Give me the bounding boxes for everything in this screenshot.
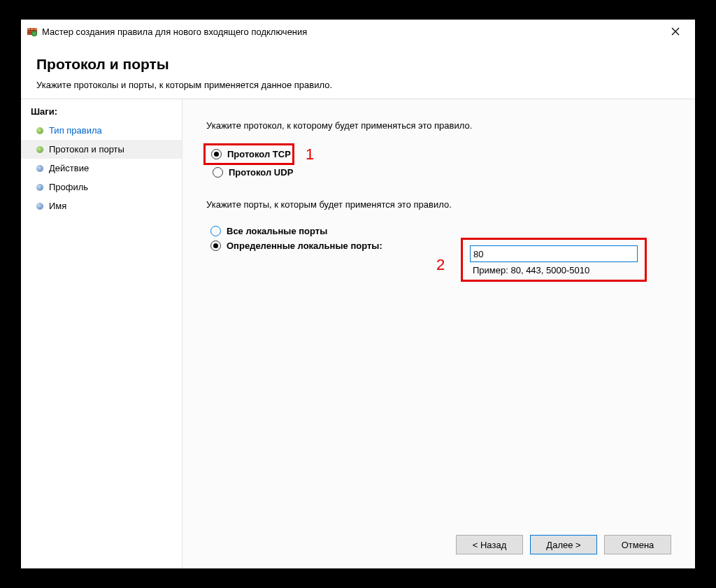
step-label: Протокол и порты: [49, 144, 124, 155]
wizard-content: Укажите протокол, к которому будет приме…: [182, 99, 695, 568]
step-protocol-ports[interactable]: Протокол и порты: [21, 140, 182, 159]
radio-tcp-row[interactable]: Протокол TCP: [207, 147, 291, 162]
wizard-header: Протокол и порты Укажите протоколы и пор…: [21, 43, 695, 99]
firewall-icon: [27, 26, 38, 37]
radio-tcp-label[interactable]: Протокол TCP: [227, 149, 291, 159]
port-input[interactable]: [470, 245, 638, 262]
steps-sidebar: Шаги: Тип правила Протокол и порты Дейст…: [21, 99, 182, 568]
radio-specific-ports-label[interactable]: Определенные локальные порты:: [227, 241, 382, 251]
steps-header: Шаги:: [21, 103, 182, 121]
next-button[interactable]: Далее >: [530, 535, 597, 554]
window-title: Мастер создания правила для нового входя…: [42, 27, 657, 37]
radio-all-ports-row[interactable]: Все локальные порты: [206, 224, 671, 238]
ports-input-area: Пример: 80, 443, 5000-5010: [461, 238, 647, 282]
step-bullet-icon: [36, 127, 43, 134]
radio-udp[interactable]: [213, 167, 223, 178]
radio-all-ports[interactable]: [210, 226, 221, 236]
radio-tcp[interactable]: [211, 149, 222, 159]
radio-udp-row[interactable]: Протокол UDP: [208, 165, 671, 180]
cancel-button[interactable]: Отмена: [604, 535, 671, 554]
close-icon: [671, 27, 680, 36]
step-rule-type[interactable]: Тип правила: [21, 121, 182, 140]
annotation-box-2: Пример: 80, 443, 5000-5010: [461, 238, 647, 282]
step-bullet-icon: [36, 184, 43, 191]
wizard-body: Шаги: Тип правила Протокол и порты Дейст…: [21, 99, 695, 568]
wizard-window: Мастер создания правила для нового входя…: [21, 20, 695, 568]
step-bullet-icon: [36, 146, 43, 153]
titlebar: Мастер создания правила для нового входя…: [21, 20, 695, 43]
ports-prompt: Укажите порты, к которым будет применятс…: [206, 199, 671, 210]
back-button[interactable]: < Назад: [456, 535, 523, 554]
step-label: Тип правила: [49, 125, 102, 136]
content-inner: Укажите протокол, к которому будет приме…: [206, 120, 671, 525]
svg-rect-5: [34, 28, 34, 30]
svg-rect-2: [27, 30, 37, 31]
port-example: Пример: 80, 443, 5000-5010: [470, 265, 638, 275]
step-profile[interactable]: Профиль: [21, 178, 182, 196]
annotation-1: 1: [306, 145, 314, 164]
step-bullet-icon: [36, 165, 43, 172]
step-name[interactable]: Имя: [21, 196, 182, 215]
annotation-box-1: Протокол TCP: [203, 143, 294, 165]
svg-point-7: [32, 31, 36, 36]
svg-rect-4: [30, 28, 31, 30]
step-bullet-icon: [36, 203, 43, 210]
step-action[interactable]: Действие: [21, 159, 182, 178]
svg-rect-1: [27, 28, 37, 30]
protocol-prompt: Укажите протокол, к которому будет приме…: [206, 120, 671, 131]
annotation-2: 2: [436, 256, 445, 274]
radio-all-ports-label[interactable]: Все локальные порты: [227, 226, 327, 236]
radio-udp-label[interactable]: Протокол UDP: [229, 167, 293, 178]
wizard-footer: < Назад Далее > Отмена: [206, 525, 671, 554]
page-subtitle: Укажите протоколы и порты, к которым при…: [36, 80, 680, 90]
step-label: Имя: [49, 201, 66, 211]
radio-specific-ports[interactable]: [210, 241, 221, 251]
page-title: Протокол и порты: [36, 56, 680, 73]
step-label: Профиль: [49, 182, 88, 192]
protocol-group: Протокол TCP 1 Протокол UDP: [206, 143, 671, 180]
step-label: Действие: [49, 163, 89, 173]
close-button[interactable]: [661, 22, 689, 41]
